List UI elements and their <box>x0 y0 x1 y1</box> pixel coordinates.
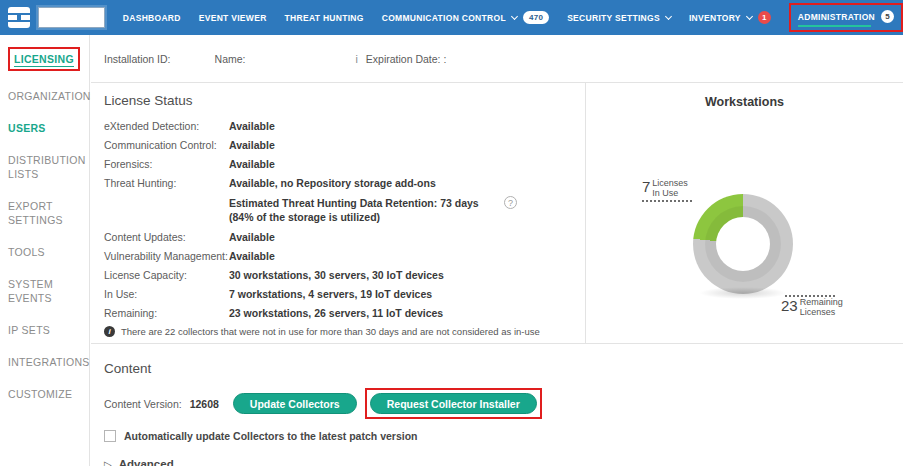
content-section: Content Content Version: 12608 Update Co… <box>91 344 903 466</box>
nav-item-administration[interactable]: ADMINISTRATION 5 <box>789 3 903 32</box>
expand-arrow-icon: ▷ <box>104 459 112 466</box>
nav-item-label: THREAT HUNTING <box>285 13 364 23</box>
license-row-extended-detection: eXtended Detection: Available <box>104 120 585 132</box>
help-icon[interactable]: ? <box>504 196 517 209</box>
top-nav: DASHBOARD EVENT VIEWER THREAT HUNTING CO… <box>0 0 903 35</box>
update-collectors-button[interactable]: Update Collectors <box>233 393 357 414</box>
license-row-in-use: In Use: 7 workstations, 4 servers, 19 Io… <box>104 288 585 300</box>
chevron-down-icon <box>665 13 672 20</box>
in-use-value: 7 <box>642 179 650 194</box>
nav-item-dashboard[interactable]: DASHBOARD <box>123 13 181 23</box>
alert-count-badge: 1 <box>758 11 771 24</box>
info-icon: i <box>104 326 115 337</box>
sidebar-item-organizations[interactable]: ORGANIZATIONS <box>8 89 86 103</box>
content-title: Content <box>104 361 903 376</box>
workstations-chart-panel: Workstations 7 Licenses In Use <box>585 83 903 343</box>
license-row-communication-control: Communication Control: Available <box>104 139 585 151</box>
nav-item-inventory[interactable]: INVENTORY 1 <box>689 11 771 24</box>
advanced-label: Advanced <box>119 458 174 466</box>
content-version-row: Content Version: 12608 Update Collectors… <box>104 388 903 419</box>
sidebar-item-customize[interactable]: CUSTOMIZE <box>8 387 86 401</box>
sidebar-item-system-events[interactable]: SYSTEM EVENTS <box>8 277 86 305</box>
nav-item-threat-hunting[interactable]: THREAT HUNTING <box>285 13 364 23</box>
license-status-section: License Status eXtended Detection: Avail… <box>91 83 585 343</box>
sidebar-item-users[interactable]: USERS <box>8 121 86 135</box>
sidebar-item-distribution-lists[interactable]: DISTRIBUTION LISTS <box>8 153 86 181</box>
nav-item-label: DASHBOARD <box>123 13 181 23</box>
annotation-box: Request Collector Installer <box>365 388 542 419</box>
advanced-toggle[interactable]: ▷ Advanced <box>104 458 903 466</box>
license-columns: License Status eXtended Detection: Avail… <box>91 83 903 344</box>
nav-item-event-viewer[interactable]: EVENT VIEWER <box>199 13 267 23</box>
auto-update-row: Automatically update Collectors to the l… <box>104 430 903 442</box>
nav-item-label: COMMUNICATION CONTROL <box>382 13 506 23</box>
redacted-name-box <box>38 7 105 28</box>
donut-hole <box>716 217 770 271</box>
sidebar-item-tools[interactable]: TOOLS <box>8 245 86 259</box>
fortinet-logo-icon <box>8 7 30 28</box>
count-badge: 470 <box>523 11 549 24</box>
main-content: Installation ID: Name: i Expiration Date… <box>91 35 903 466</box>
chart-title: Workstations <box>586 95 903 109</box>
donut-shadow <box>699 287 787 299</box>
installation-id-label: Installation ID: <box>104 53 171 65</box>
chevron-down-icon <box>746 13 753 20</box>
auto-update-checkbox[interactable] <box>104 430 116 442</box>
remaining-value: 23 <box>781 298 798 313</box>
license-row-remaining: Remaining: 23 workstations, 26 servers, … <box>104 307 585 319</box>
remaining-callout: 23 Remaining Licenses <box>781 295 843 317</box>
nav-item-label: INVENTORY <box>689 13 741 23</box>
chevron-down-icon <box>511 13 518 20</box>
license-row-license-capacity: License Capacity: 30 workstations, 30 se… <box>104 269 585 281</box>
nav-menu: DASHBOARD EVENT VIEWER THREAT HUNTING CO… <box>123 3 903 32</box>
nav-item-label: ADMINISTRATION <box>798 12 875 22</box>
request-collector-installer-button[interactable]: Request Collector Installer <box>370 393 537 414</box>
license-row-retention: Estimated Threat Hunting Data Retention:… <box>104 196 585 224</box>
sidebar-item-integrations[interactable]: INTEGRATIONS <box>8 355 86 369</box>
donut-ring <box>693 194 793 294</box>
active-tab-underline <box>798 25 871 27</box>
count-badge: 5 <box>881 10 894 23</box>
licensing-page: DASHBOARD EVENT VIEWER THREAT HUNTING CO… <box>0 0 903 466</box>
nav-item-label: EVENT VIEWER <box>199 13 267 23</box>
sidebar-item-licensing[interactable]: LICENSING <box>8 47 86 71</box>
expiration-date-label: Expiration Date: : <box>366 53 447 65</box>
license-row-content-updates: Content Updates: Available <box>104 231 585 243</box>
sidebar-item-label: LICENSING <box>14 53 74 67</box>
license-status-title: License Status <box>104 93 585 108</box>
sidebar-item-export-settings[interactable]: EXPORT SETTINGS <box>8 199 86 227</box>
sidebar: LICENSING ORGANIZATIONS USERS DISTRIBUTI… <box>0 35 90 466</box>
note-text: There are 22 collectors that were not in… <box>121 326 540 337</box>
license-row-vulnerability-management: Vulnerability Management: Available <box>104 250 585 262</box>
sidebar-item-ip-sets[interactable]: IP SETS <box>8 323 86 337</box>
license-row-forensics: Forensics: Available <box>104 158 585 170</box>
nav-item-communication-control[interactable]: COMMUNICATION CONTROL 470 <box>382 11 549 24</box>
installation-info-bar: Installation ID: Name: i Expiration Date… <box>91 35 903 83</box>
stray-text: i <box>355 53 357 65</box>
in-use-callout: 7 Licenses In Use <box>642 179 692 202</box>
nav-item-security-settings[interactable]: SECURITY SETTINGS <box>567 13 671 23</box>
license-row-threat-hunting: Threat Hunting: Available, no Repository… <box>104 177 585 189</box>
name-label: Name: <box>215 53 246 65</box>
nav-item-label: SECURITY SETTINGS <box>567 13 660 23</box>
content-version-label: Content Version: <box>104 398 182 410</box>
content-version-value: 12608 <box>190 398 219 410</box>
annotation-box: LICENSING <box>8 47 80 71</box>
collectors-note: i There are 22 collectors that were not … <box>104 326 585 337</box>
auto-update-label: Automatically update Collectors to the l… <box>124 430 417 442</box>
callout-dotted-line <box>642 200 692 202</box>
